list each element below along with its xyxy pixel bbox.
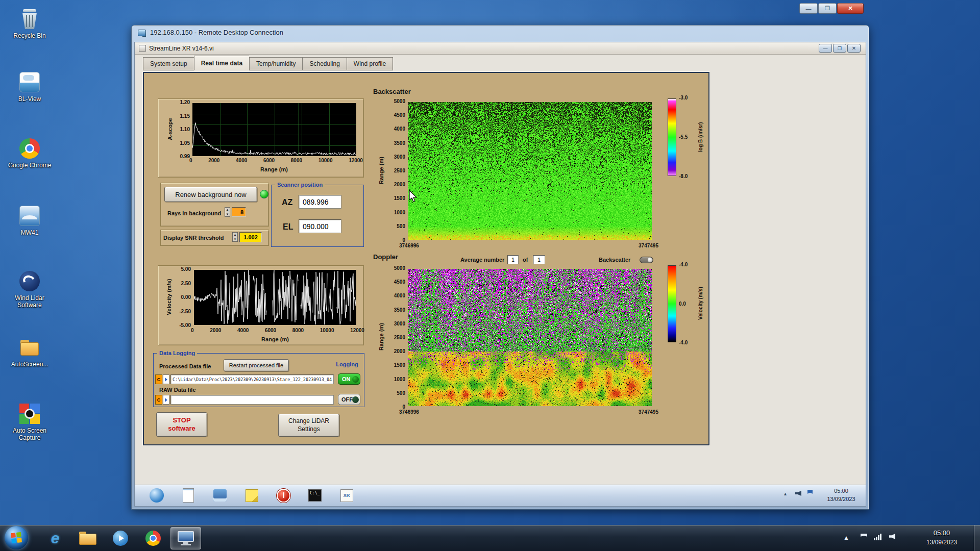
el-value-field[interactable]: 090.000	[299, 219, 341, 233]
doppler-x-axis: 3746996 3747495	[399, 410, 658, 415]
toggle-knob	[648, 258, 652, 262]
tick-label: 0	[189, 158, 192, 163]
remote-cmd-icon[interactable]: C:\_	[306, 487, 324, 504]
rays-spinner[interactable]: ▲▼	[225, 207, 230, 217]
tick-label: 2000	[210, 328, 221, 333]
remote-sticky-notes-icon[interactable]	[243, 487, 260, 504]
flag-red	[11, 533, 16, 538]
data-logging-title: Data Logging	[157, 350, 197, 356]
remote-clock[interactable]: 05:00 13/09/2023	[820, 487, 863, 504]
rays-value-field[interactable]: 8	[232, 207, 246, 217]
processed-logging-toggle[interactable]: ON	[338, 373, 360, 385]
drive-letter: C	[157, 397, 161, 403]
on-label: ON	[342, 376, 351, 382]
browse-file-icon[interactable]	[163, 395, 169, 405]
tick-label: 2000	[394, 349, 405, 354]
raw-drive-selector[interactable]: C	[155, 395, 162, 405]
rdp-maximize-button[interactable]: ❐	[818, 3, 837, 14]
desktop-icon-wind-lidar[interactable]: Wind Lidar Software	[4, 269, 55, 309]
desktop-icon-mw41[interactable]: MW41	[4, 204, 55, 237]
velocity-plot-canvas	[194, 270, 356, 325]
spinner-up-icon[interactable]: ▲	[225, 208, 230, 212]
average-number-field[interactable]: 1	[507, 255, 519, 264]
tab-real-time-data[interactable]: Real time data	[194, 56, 249, 70]
tick-label: -5.00	[179, 323, 191, 328]
spinner-up-icon[interactable]: ▲	[233, 233, 237, 237]
tick-label: 2000	[394, 182, 405, 187]
start-button[interactable]	[5, 526, 28, 549]
velocity-x-axis: 020004000600080001000012000	[191, 328, 364, 333]
tick-label: 3500	[394, 141, 405, 146]
tick-label: 4000	[394, 293, 405, 298]
raw-logging-toggle[interactable]: OFF	[338, 394, 360, 405]
tick-label: 1.15	[180, 114, 190, 119]
snr-value: 1.002	[243, 234, 258, 240]
mw41-icon	[18, 204, 41, 228]
velocity-y-label: Velocity (m/s)	[166, 267, 172, 327]
snr-spinner[interactable]: ▲▼	[232, 232, 238, 242]
xr-glyph: XR	[340, 489, 353, 502]
processed-drive-selector[interactable]: C	[155, 374, 162, 384]
snr-value-field[interactable]: 1.002	[239, 232, 262, 242]
tray-network-icon[interactable]	[874, 534, 881, 540]
vi-close-button[interactable]: ✕	[847, 44, 861, 53]
remote-notepad-icon[interactable]	[180, 487, 197, 504]
tick-label: 5000	[394, 266, 405, 271]
vi-restore-button[interactable]: ❐	[833, 44, 846, 53]
change-lidar-settings-button[interactable]: Change LiDAR Settings	[278, 414, 339, 437]
renew-background-button[interactable]: Renew background now	[164, 187, 257, 202]
folder-icon	[79, 532, 96, 545]
desktop-icon-recycle-bin[interactable]: Recycle Bin	[4, 7, 55, 40]
desktop-icon-autoscreen[interactable]: AutoScreen...	[4, 336, 55, 368]
notepad-page	[183, 488, 194, 503]
remote-power-icon[interactable]	[275, 487, 292, 504]
taskbar-explorer-button[interactable]	[72, 527, 103, 549]
browse-file-icon[interactable]	[163, 374, 169, 384]
bar	[874, 538, 875, 540]
tray-clock[interactable]: 05:00 13/09/2023	[914, 529, 970, 547]
taskbar-chrome-button[interactable]	[138, 527, 168, 549]
tab-label: Wind profile	[354, 60, 386, 67]
taskbar-media-player-button[interactable]	[105, 527, 136, 549]
taskbar-ie-button[interactable]: e	[40, 527, 70, 549]
settings-line1: Change LiDAR	[288, 417, 329, 425]
backscatter-x-max: 3747495	[639, 243, 658, 248]
tick-label: 2.50	[181, 281, 191, 286]
tray-chevron-icon[interactable]: ▲	[843, 535, 849, 541]
spinner-down-icon[interactable]: ▼	[225, 212, 230, 216]
tick-label: -4.0	[679, 340, 688, 345]
tick-label: 1500	[394, 363, 405, 368]
tab-temp-humidity[interactable]: Temp/humidity	[249, 57, 302, 70]
remote-browser-icon[interactable]	[148, 487, 165, 504]
rdp-close-button[interactable]: ✕	[837, 3, 864, 14]
tick-label: 3000	[394, 155, 405, 160]
az-value-field[interactable]: 089.996	[299, 195, 341, 209]
tab-wind-profile[interactable]: Wind profile	[347, 57, 393, 70]
tick-label: 6000	[263, 158, 275, 163]
rdp-window-title: 192.168.0.150 - Remote Desktop Connectio…	[150, 29, 283, 36]
remote-network-monitor-icon[interactable]	[211, 487, 229, 504]
vi-minimize-button[interactable]: —	[819, 44, 832, 53]
restart-processed-file-button[interactable]: Restart processed file	[224, 359, 289, 371]
desktop-icon-auto-screen-capture[interactable]: Auto Screen Capture	[4, 402, 55, 442]
ascope-y-axis: 1.201.151.101.050.99	[170, 100, 190, 159]
display-mode-toggle[interactable]	[640, 257, 653, 263]
tab-system-setup[interactable]: System setup	[143, 57, 194, 70]
remote-tray-chevron-icon[interactable]: ▴	[784, 491, 787, 496]
media-player-icon	[113, 531, 128, 546]
spinner-down-icon[interactable]: ▼	[233, 237, 237, 241]
tab-scheduling[interactable]: Scheduling	[302, 57, 346, 70]
show-desktop-button[interactable]	[974, 525, 980, 551]
tick-label: -5.5	[679, 135, 688, 140]
el-value: 090.000	[303, 222, 329, 231]
processed-path-field[interactable]: C:\Lidar\Data\Proc\2023\202309\20230913\…	[170, 374, 334, 384]
desktop-icon-google-chrome[interactable]: Google Chrome	[4, 137, 55, 169]
rdp-minimize-button[interactable]: —	[799, 3, 818, 14]
flag-blue	[11, 538, 16, 543]
stop-software-button[interactable]: STOP software	[156, 412, 207, 437]
average-total-field[interactable]: 1	[533, 255, 545, 264]
raw-path-field[interactable]	[170, 395, 334, 405]
desktop-icon-bl-view[interactable]: BL-View	[4, 70, 55, 103]
remote-xr-app-icon[interactable]: XR	[338, 487, 355, 504]
taskbar-rdp-button[interactable]	[170, 527, 201, 549]
